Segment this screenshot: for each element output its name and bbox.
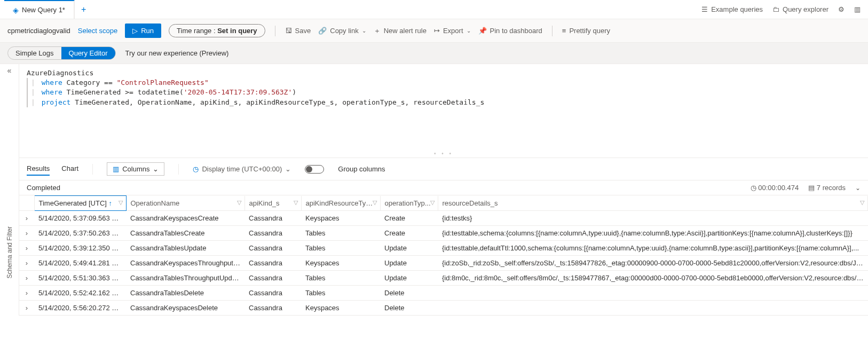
cell-operation: CassandraTablesUpdate (126, 241, 244, 256)
cell-type: Delete (380, 301, 438, 316)
code-string: '2020-05-14T17:37:09.563Z' (184, 88, 293, 96)
cell-operation: CassandraKeyspacesDelete (126, 301, 244, 316)
cell-time: 5/14/2020, 5:37:50.263 PM (34, 226, 126, 241)
table-row: ›5/14/2020, 5:37:50.263 PMCassandraTable… (19, 226, 868, 241)
expand-row-icon[interactable]: › (19, 286, 34, 301)
cell-type: Create (380, 211, 438, 226)
azure-icon: ◈ (13, 6, 19, 14)
simple-logs-tab[interactable]: Simple Logs (8, 47, 61, 59)
plus-icon: ＋ (374, 26, 381, 36)
col-resource[interactable]: apiKindResourceType_s▽ (301, 196, 380, 211)
record-count: ▤ 7 records (808, 184, 846, 192)
col-operation[interactable]: OperationName▽ (126, 196, 244, 211)
play-icon: ▷ (132, 27, 138, 35)
display-time[interactable]: ◷ Display time (UTC+00:00) ⌄ (193, 165, 291, 173)
records-icon: ▤ (808, 184, 815, 192)
separator (552, 26, 553, 36)
gear-icon[interactable]: ⚙ (838, 5, 845, 13)
group-label: Group columns (338, 165, 385, 173)
cell-operation: CassandraTablesDelete (126, 286, 244, 301)
cell-kind: Cassandra (244, 301, 301, 316)
copy-link-button[interactable]: 🔗Copy link⌄ (318, 27, 366, 35)
col-kind[interactable]: apiKind_s▽ (244, 196, 301, 211)
query-editor[interactable]: AzureDiagnostics | where Category == "Co… (19, 64, 868, 150)
chevron-down-icon: ⌄ (285, 165, 291, 173)
filter-icon[interactable]: ▽ (119, 199, 123, 206)
cell-resource: Keyspaces (301, 256, 380, 271)
filter-icon[interactable]: ▽ (860, 199, 864, 206)
col-expander (19, 196, 34, 211)
cell-details: {id:8m0c,_rid:8m0c,_self:offers/8m0c/,_t… (438, 271, 868, 286)
expand-chevron-icon[interactable]: ⌄ (855, 184, 861, 192)
export-button[interactable]: ↦Export⌄ (434, 27, 471, 35)
time-range-pill[interactable]: Time range : Set in query (169, 24, 265, 37)
cell-time: 5/14/2020, 5:56:20.272 PM (34, 301, 126, 316)
chart-tab[interactable]: Chart (61, 162, 78, 176)
run-button[interactable]: ▷ Run (125, 23, 161, 38)
expand-row-icon[interactable]: › (19, 211, 34, 226)
results-tab[interactable]: Results (27, 162, 50, 176)
clock-icon: ◷ (193, 165, 199, 173)
example-queries-link[interactable]: ☰ Example queries (701, 5, 763, 13)
filter-icon[interactable]: ▽ (237, 199, 241, 206)
cell-kind: Cassandra (244, 256, 301, 271)
expand-row-icon[interactable]: › (19, 241, 34, 256)
tab-active[interactable]: ◈ New Query 1* (4, 0, 75, 19)
cell-type: Update (380, 271, 438, 286)
expand-row-icon[interactable]: › (19, 226, 34, 241)
prettify-button[interactable]: ≡Prettify query (562, 27, 610, 35)
columns-icon: ▥ (113, 165, 119, 173)
cell-kind: Cassandra (244, 286, 301, 301)
cell-resource: Keyspaces (301, 301, 380, 316)
cell-resource: Tables (301, 271, 380, 286)
cell-kind: Cassandra (244, 211, 301, 226)
status-row: Completed ◷ 00:00:00.474 ▤ 7 records ⌄ (19, 180, 868, 195)
code-string: "ControlPlaneRequests" (117, 78, 209, 87)
query-explorer-link[interactable]: 🗀 Query explorer (772, 5, 828, 13)
group-toggle[interactable] (305, 165, 324, 174)
col-type[interactable]: operationTyp...▽ (380, 196, 438, 211)
save-icon: 🖫 (285, 27, 292, 35)
stopwatch-icon: ◷ (751, 184, 756, 192)
code-text: Category == (62, 78, 117, 87)
code-text: TimeGenerated, OperationName, apiKind_s,… (70, 98, 484, 106)
export-label: Export (443, 27, 463, 35)
expand-row-icon[interactable]: › (19, 271, 34, 286)
panel-icon[interactable]: ▥ (854, 5, 861, 13)
cell-details: {id:testks} (438, 211, 868, 226)
cell-kind: Cassandra (244, 226, 301, 241)
code-keyword: where (42, 78, 62, 87)
cell-time: 5/14/2020, 5:51:30.363 PM (34, 271, 126, 286)
cell-time: 5/14/2020, 5:52:42.162 PM (34, 286, 126, 301)
pin-button[interactable]: 📌Pin to dashboard (478, 27, 542, 35)
col-details[interactable]: resourceDetails_s▽ (438, 196, 868, 211)
cell-operation: CassandraTablesThroughputUpdate (126, 271, 244, 286)
cell-time: 5/14/2020, 5:39:12.350 PM (34, 241, 126, 256)
filter-icon[interactable]: ▽ (430, 199, 435, 206)
collapse-icon[interactable]: « (7, 66, 12, 75)
select-scope-link[interactable]: Select scope (78, 27, 117, 35)
table-row: ›5/14/2020, 5:51:30.363 PMCassandraTable… (19, 271, 868, 286)
filter-icon[interactable]: ▽ (294, 199, 298, 206)
columns-button[interactable]: ▥ Columns ⌄ (107, 162, 164, 176)
query-editor-tab[interactable]: Query Editor (61, 47, 115, 59)
table-row: ›5/14/2020, 5:49:41.281 PMCassandraKeysp… (19, 256, 868, 271)
cell-type: Delete (380, 286, 438, 301)
filter-icon[interactable]: ▽ (373, 199, 377, 206)
drag-handle[interactable]: • • • (19, 150, 868, 158)
save-button[interactable]: 🖫Save (285, 27, 311, 35)
side-rail: « Schema and Filter (0, 64, 19, 316)
new-alert-button[interactable]: ＋New alert rule (374, 26, 427, 36)
pin-icon: 📌 (478, 27, 487, 35)
save-label: Save (295, 27, 311, 35)
time-range-value: Set in query (217, 27, 257, 35)
side-rail-label[interactable]: Schema and Filter (6, 226, 13, 278)
tab-label: New Query 1* (22, 6, 65, 14)
expand-row-icon[interactable]: › (19, 256, 34, 271)
folder-icon: 🗀 (772, 5, 779, 13)
cell-time: 5/14/2020, 5:49:41.281 PM (34, 256, 126, 271)
col-time[interactable]: TimeGenerated [UTC] ↑▽ (34, 196, 126, 211)
expand-row-icon[interactable]: › (19, 301, 34, 316)
new-tab-button[interactable]: + (75, 5, 92, 14)
preview-link[interactable]: Try our new experience (Preview) (125, 49, 229, 57)
